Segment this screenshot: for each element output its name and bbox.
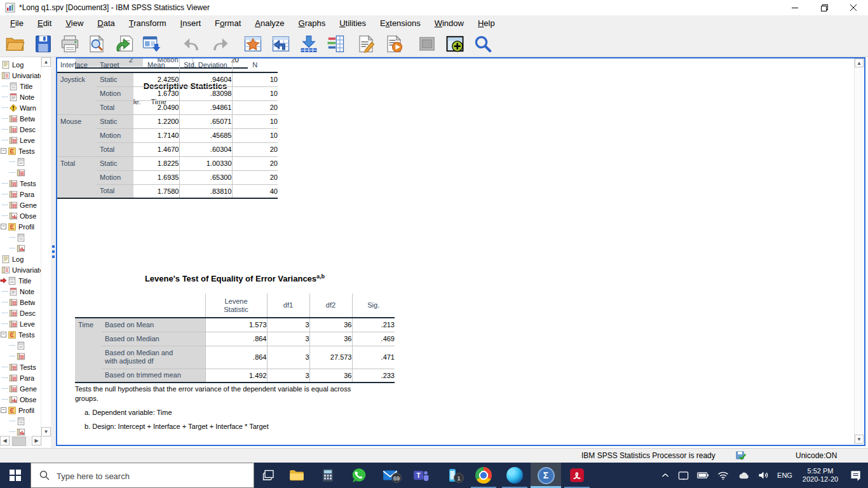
menu-format[interactable]: Format [208,17,248,30]
outline-item-leve[interactable]: Leve [0,318,41,329]
outline-item-gene[interactable]: Gene [0,200,41,210]
use-variable-sets-button[interactable] [325,34,346,54]
outline-scroll-left-button[interactable]: ◀ [0,436,10,445]
redo-button[interactable] [210,34,230,54]
recall-dialogs-button[interactable] [114,34,135,54]
outline-horizontal-scrollbar[interactable]: ◀ ▶ [0,436,42,446]
outline-item-sub[interactable] [0,232,41,243]
outline-item-tests[interactable]: Tests [0,178,41,189]
taskbar-app-acrobat[interactable] [562,463,592,488]
minimize-button[interactable] [780,0,810,15]
outline-item-desc[interactable]: Desc [0,308,41,318]
task-view-button[interactable] [254,463,283,488]
taskbar-app-mail[interactable]: 69 [375,463,405,488]
outline-scroll-up-button[interactable]: ▲ [41,57,51,67]
outline-item-tests[interactable]: Tests [0,362,41,372]
goto-case-button[interactable] [271,34,291,54]
outline-item-title[interactable]: Title [0,81,41,92]
outline-item-para[interactable]: Para [0,372,41,383]
output-pane[interactable]: 2 Motion 20 Descriptive Statistics Depen… [56,57,865,446]
outline-item-betw[interactable]: Betw [0,113,41,124]
outline-item-profil[interactable]: −Profil [0,221,41,232]
outline-item-tests[interactable]: −Tests [0,329,41,340]
menu-edit[interactable]: Edit [31,17,58,30]
find-button[interactable] [473,34,493,54]
tray-chevron-up-icon[interactable] [657,463,674,488]
outline-item-sub[interactable] [0,156,41,167]
tree-expander-icon[interactable]: − [1,224,6,229]
pane-divider[interactable] [51,57,56,448]
taskbar-app-whatsapp[interactable] [344,463,374,488]
outline-item-sub[interactable] [0,416,41,426]
taskbar-app-your-phone[interactable]: 1 [437,463,468,488]
tree-expander-icon[interactable]: − [1,407,6,413]
menu-analyze[interactable]: Analyze [248,17,291,30]
outline-scroll-down-button[interactable]: ▼ [41,427,51,437]
open-button[interactable] [5,34,25,54]
menu-graphs[interactable]: Graphs [292,17,333,30]
wifi-icon[interactable] [713,463,733,488]
descriptives-table[interactable]: InterfaceTargetMeanStd. DeviationNJoysti… [57,58,278,199]
print-button[interactable] [60,34,80,54]
edit-output-button[interactable] [356,34,376,54]
outline-item-sub[interactable] [0,340,41,351]
menu-insert[interactable]: Insert [173,17,208,30]
taskbar-app-teams[interactable]: T [406,463,437,488]
outline-item-sub[interactable] [0,351,41,362]
outline-item-title[interactable]: Title [0,275,41,286]
outline-scroll-right-button[interactable]: ▶ [32,436,41,445]
outline-item-univariate[interactable]: Univariate [0,70,41,81]
save-button[interactable] [33,34,53,54]
menu-extensions[interactable]: Extensions [373,17,428,30]
undo-button[interactable] [182,34,202,54]
content-scroll-up-button[interactable]: ▲ [855,58,864,67]
outline-item-sub[interactable] [0,243,41,254]
restore-button[interactable] [810,0,839,15]
action-center-icon[interactable] [845,463,867,488]
outline-item-sub[interactable] [0,167,41,178]
run-script-button[interactable] [384,34,404,54]
taskbar-app-edge[interactable] [499,463,530,488]
outline-vertical-scrollbar[interactable]: ▲ ▼ [41,57,51,437]
menu-data[interactable]: Data [90,17,121,30]
battery-icon[interactable] [693,463,713,488]
taskbar-app-chrome[interactable] [468,463,499,488]
export-button[interactable] [141,34,161,54]
outline-item-tests[interactable]: −Tests [0,146,41,156]
content-vertical-scrollbar[interactable]: ▲ ▼ [854,58,864,445]
taskbar-clock[interactable]: 5:52 PM2020-12-20 [796,463,845,488]
outline-item-obse[interactable]: Obse [0,394,41,405]
volume-icon[interactable] [754,463,774,488]
outline-item-log[interactable]: Log [0,254,41,264]
levene-table[interactable]: Levene Statisticdf1df2Sig.TimeBased on M… [75,294,395,383]
outline-item-obse[interactable]: Obse [0,210,41,221]
outline-scrollbar-thumb[interactable] [12,437,26,446]
outline-item-note[interactable]: Note [0,92,41,102]
taskbar-app-spss[interactable]: Σ [531,463,561,488]
language-indicator[interactable]: ENG [774,463,796,488]
outline-item-betw[interactable]: Betw [0,297,41,308]
tree-expander-icon[interactable]: − [1,332,6,337]
outline-item-para[interactable]: Para [0,189,41,200]
tree-expander-icon[interactable]: − [1,148,6,154]
activate-window-button[interactable] [445,34,465,54]
outline-item-note[interactable]: Note [0,286,41,297]
search-input[interactable] [55,463,248,488]
outline-item-warn[interactable]: Warn [0,102,41,113]
outline-item-log[interactable]: Log [0,59,41,70]
goto-data-button[interactable] [243,34,263,54]
onedrive-cloud-icon[interactable] [733,463,754,488]
menu-file[interactable]: File [3,17,31,30]
menu-utilities[interactable]: Utilities [332,17,373,30]
variables-button[interactable] [299,34,319,54]
outline-item-desc[interactable]: Desc [0,124,41,135]
menu-view[interactable]: View [58,17,90,30]
tablet-device-icon[interactable] [674,463,693,488]
start-button[interactable] [0,463,31,488]
close-button[interactable] [839,0,868,15]
outline-item-gene[interactable]: Gene [0,383,41,394]
menu-window[interactable]: Window [428,17,471,30]
outline-item-profil[interactable]: −Profil [0,405,41,416]
content-scroll-down-button[interactable]: ▼ [855,435,864,444]
print-preview-button[interactable] [86,34,107,54]
